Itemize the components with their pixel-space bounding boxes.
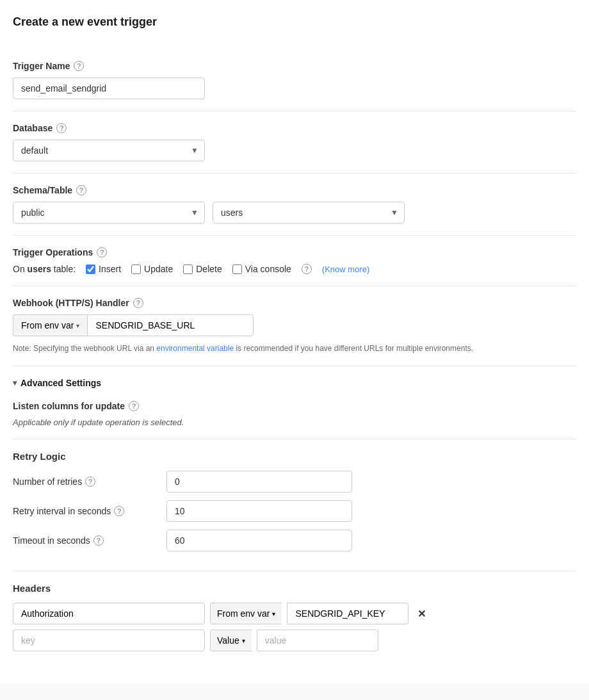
advanced-settings-toggle[interactable]: ▾ Advanced Settings [13, 378, 576, 388]
op-via-console-checkbox[interactable] [232, 265, 242, 274]
header-empty-type-text: Value [217, 635, 239, 646]
table-select[interactable]: users [213, 202, 405, 224]
timeout-row: Timeout in seconds ? [13, 530, 576, 551]
header-authorization-value-input[interactable] [287, 603, 408, 624]
header-key-authorization-input[interactable] [13, 603, 205, 624]
webhook-label: Webhook (HTTP/S) Handler ? [13, 298, 576, 308]
num-retries-label: Number of retries ? [13, 476, 166, 487]
headers-label: Headers [13, 583, 576, 594]
timeout-help-icon[interactable]: ? [93, 535, 104, 546]
num-retries-row: Number of retries ? [13, 471, 576, 492]
header-key-empty-input[interactable] [13, 630, 205, 651]
num-retries-input[interactable] [166, 471, 352, 492]
header-empty-type-button[interactable]: Value ▾ [210, 630, 252, 651]
timeout-text: Timeout in seconds [13, 535, 90, 546]
header-value-empty-input[interactable] [257, 630, 378, 651]
via-console-help-icon[interactable]: ? [302, 264, 312, 274]
ops-table-name: users [28, 264, 51, 274]
op-insert-label[interactable]: Insert [86, 264, 121, 274]
database-label: Database ? [13, 123, 576, 133]
listen-columns-section: Listen columns for update ? Applicable o… [13, 401, 576, 427]
webhook-env-var-label: From env var [21, 320, 74, 330]
timeout-label: Timeout in seconds ? [13, 535, 166, 546]
trigger-ops-help-icon[interactable]: ? [97, 247, 107, 257]
webhook-note-highlight: environmental variable [156, 344, 234, 353]
webhook-env-var-button[interactable]: From env var ▾ [13, 314, 87, 336]
schema-table-label: Schema/Table ? [13, 185, 576, 195]
header-authorization-type-button[interactable]: From env var ▾ [210, 603, 282, 624]
ops-prefix: On users table: [13, 264, 76, 274]
trigger-ops-row: On users table: Insert Update Delete Via… [13, 264, 576, 274]
trigger-ops-label: Trigger Operations ? [13, 247, 576, 257]
op-delete-label[interactable]: Delete [183, 264, 222, 274]
header-row-authorization: From env var ▾ ✕ [13, 603, 576, 624]
listen-columns-label: Listen columns for update ? [13, 401, 576, 411]
header-empty-type-chevron-icon: ▾ [242, 637, 245, 644]
retry-interval-input[interactable] [166, 500, 352, 522]
webhook-env-var-chevron-icon: ▾ [76, 322, 79, 329]
op-insert-text: Insert [99, 264, 121, 274]
advanced-settings-label: Advanced Settings [20, 378, 101, 388]
header-authorization-type-chevron-icon: ▾ [272, 610, 275, 617]
num-retries-text: Number of retries [13, 476, 82, 487]
op-delete-text: Delete [196, 264, 222, 274]
database-help-icon[interactable]: ? [56, 123, 67, 133]
header-row-empty: Value ▾ [13, 630, 576, 651]
webhook-row: From env var ▾ [13, 314, 576, 336]
num-retries-help-icon[interactable]: ? [85, 476, 95, 487]
op-via-console-text: Via console [245, 264, 291, 274]
webhook-url-input[interactable] [87, 314, 254, 336]
op-via-console-label[interactable]: Via console [232, 264, 291, 274]
op-update-text: Update [144, 264, 173, 274]
webhook-note: Note: Specifying the webhook URL via an … [13, 343, 576, 354]
trigger-name-help-icon[interactable]: ? [74, 61, 84, 71]
webhook-note-text: Note: Specifying the webhook URL via an [13, 344, 156, 353]
retry-interval-text: Retry interval in seconds [13, 506, 111, 516]
listen-columns-note: Applicable only if update operation is s… [13, 418, 576, 427]
retry-interval-label: Retry interval in seconds ? [13, 506, 166, 516]
page-title: Create a new event trigger [13, 15, 576, 29]
database-select-wrapper: default ▼ [13, 140, 205, 161]
schema-select-wrapper: public ▼ [13, 202, 205, 224]
trigger-name-label: Trigger Name ? [13, 61, 576, 71]
listen-columns-help-icon[interactable]: ? [129, 401, 139, 411]
webhook-note-text2: is recommended if you have different URL… [234, 344, 473, 353]
retry-interval-row: Retry interval in seconds ? [13, 500, 576, 522]
retry-logic-label: Retry Logic [13, 451, 576, 462]
know-more-link[interactable]: (Know more) [322, 265, 369, 274]
op-delete-checkbox[interactable] [183, 265, 193, 274]
trigger-name-input[interactable] [13, 77, 205, 99]
op-update-checkbox[interactable] [131, 265, 141, 274]
schema-select[interactable]: public [13, 202, 205, 224]
retry-interval-help-icon[interactable]: ? [114, 506, 124, 516]
header-authorization-type-text: From env var [217, 608, 270, 619]
op-update-label[interactable]: Update [131, 264, 173, 274]
schema-table-help-icon[interactable]: ? [76, 185, 86, 195]
timeout-input[interactable] [166, 530, 352, 551]
op-insert-checkbox[interactable] [86, 265, 95, 274]
advanced-settings-chevron-icon: ▾ [13, 378, 17, 387]
schema-table-row: public ▼ users ▼ [13, 202, 576, 224]
webhook-help-icon[interactable]: ? [133, 298, 143, 308]
table-select-wrapper: users ▼ [213, 202, 405, 224]
database-select[interactable]: default [13, 140, 205, 161]
header-authorization-delete-button[interactable]: ✕ [414, 605, 430, 623]
